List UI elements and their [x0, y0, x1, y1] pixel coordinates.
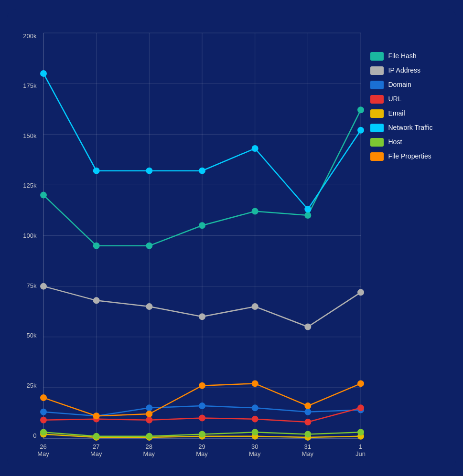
- svg-point-43: [358, 405, 364, 411]
- legend-label-text: Network Traffic: [388, 124, 433, 132]
- y-axis-label: 50k: [27, 332, 37, 338]
- x-axis-label: 30May: [249, 443, 261, 457]
- svg-point-19: [199, 222, 205, 228]
- legend-label-text: URL: [388, 95, 402, 103]
- y-axis-label: 25k: [27, 382, 37, 389]
- svg-point-18: [146, 243, 152, 248]
- legend-label-text: IP Address: [388, 66, 420, 74]
- x-axis-label: 29May: [196, 443, 208, 457]
- legend-color-box: [370, 81, 384, 89]
- svg-point-70: [305, 403, 311, 409]
- legend-item: URL: [370, 95, 442, 104]
- legend-color-box: [370, 152, 384, 161]
- chart-container: 200k175k150k125k100k75k50k25k0 26May27Ma…: [17, 33, 361, 458]
- legend-label-text: Domain: [388, 81, 411, 89]
- svg-point-60: [146, 433, 152, 439]
- svg-point-68: [199, 382, 205, 388]
- svg-point-67: [146, 411, 152, 417]
- legend-item: Email: [370, 109, 442, 118]
- svg-point-61: [199, 431, 205, 437]
- x-axis-label: 1Jun: [355, 443, 366, 457]
- svg-point-27: [252, 304, 258, 309]
- y-axis-label: 75k: [27, 283, 37, 289]
- plot-area: 26May27May28May29May30May31May1Jun: [43, 33, 361, 439]
- svg-point-69: [252, 381, 258, 386]
- y-axis-label: 175k: [23, 83, 36, 89]
- svg-point-56: [305, 206, 311, 212]
- svg-point-51: [41, 70, 46, 76]
- legend-label-text: File Properties: [388, 152, 431, 160]
- legend-color-box: [370, 124, 384, 132]
- legend-label-text: Email: [388, 109, 405, 117]
- svg-point-29: [358, 289, 364, 295]
- svg-point-23: [41, 283, 46, 289]
- chart-area: 200k175k150k125k100k75k50k25k0 26May27Ma…: [17, 33, 442, 458]
- svg-point-55: [252, 145, 258, 151]
- svg-point-54: [199, 168, 205, 173]
- svg-point-71: [358, 381, 364, 386]
- svg-point-17: [93, 243, 99, 248]
- y-axis-label: 150k: [23, 133, 36, 139]
- legend: File HashIP AddressDomainURLEmailNetwork…: [366, 33, 442, 458]
- svg-point-37: [41, 417, 46, 423]
- svg-point-21: [305, 212, 311, 218]
- svg-point-62: [252, 429, 258, 435]
- legend-item: Host: [370, 138, 442, 147]
- y-axis: 200k175k150k125k100k75k50k25k0: [17, 33, 41, 439]
- svg-point-32: [146, 405, 152, 411]
- y-axis-label: 200k: [23, 33, 36, 39]
- y-axis-label: 100k: [23, 233, 36, 239]
- svg-point-24: [93, 297, 99, 303]
- y-axis-label: 125k: [23, 182, 36, 189]
- legend-item: Network Traffic: [370, 124, 442, 132]
- legend-color-box: [370, 138, 384, 147]
- svg-point-66: [93, 413, 99, 419]
- svg-point-42: [305, 419, 311, 425]
- svg-point-59: [93, 433, 99, 439]
- svg-point-28: [305, 324, 311, 329]
- svg-point-41: [252, 416, 258, 422]
- legend-color-box: [370, 52, 384, 61]
- card: 200k175k150k125k100k75k50k25k0 26May27Ma…: [7, 9, 456, 467]
- svg-point-53: [146, 168, 152, 173]
- legend-item: File Properties: [370, 152, 442, 161]
- svg-point-30: [41, 409, 46, 414]
- legend-label-text: File Hash: [388, 52, 417, 60]
- svg-point-25: [146, 304, 152, 309]
- legend-item: IP Address: [370, 66, 442, 75]
- legend-color-box: [370, 66, 384, 75]
- legend-color-box: [370, 95, 384, 104]
- y-axis-label: 0: [33, 433, 36, 439]
- svg-point-34: [252, 405, 258, 411]
- legend-label-text: Host: [388, 138, 402, 146]
- svg-point-33: [199, 403, 205, 409]
- x-axis-label: 26May: [37, 443, 49, 457]
- x-axis-label: 31May: [302, 443, 314, 457]
- svg-point-65: [41, 395, 46, 401]
- x-axis-label: 28May: [143, 443, 155, 457]
- legend-item: Domain: [370, 81, 442, 89]
- svg-point-64: [358, 429, 364, 435]
- svg-point-39: [146, 417, 152, 423]
- svg-point-16: [41, 192, 46, 198]
- svg-point-35: [305, 409, 311, 414]
- legend-item: File Hash: [370, 52, 442, 61]
- svg-point-63: [305, 431, 311, 437]
- svg-point-22: [358, 107, 364, 113]
- x-axis-label: 27May: [90, 443, 102, 457]
- svg-point-40: [199, 415, 205, 421]
- svg-point-20: [252, 208, 258, 214]
- svg-point-52: [93, 168, 99, 173]
- svg-point-57: [358, 127, 364, 133]
- svg-point-26: [199, 314, 205, 319]
- legend-color-box: [370, 109, 384, 118]
- svg-point-58: [41, 429, 46, 435]
